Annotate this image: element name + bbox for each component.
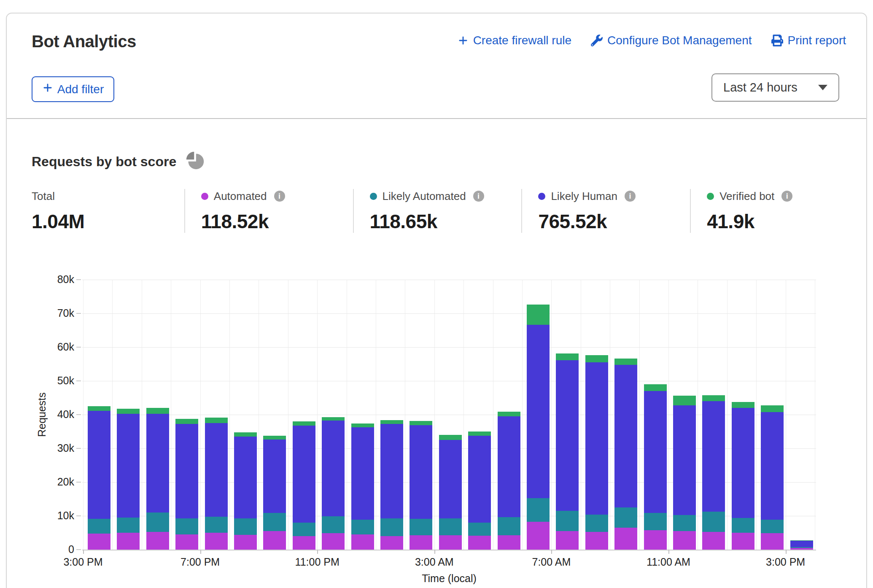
x-axis-tick	[551, 550, 552, 554]
stat-automated-value: 118.52k	[201, 210, 353, 233]
horizontal-gridline	[82, 347, 816, 348]
bar-segment	[761, 533, 784, 550]
time-range-select[interactable]: Last 24 hours	[711, 73, 839, 102]
stacked-bar[interactable]	[702, 395, 725, 550]
print-report-label: Print report	[788, 34, 846, 47]
x-axis-tick	[83, 550, 84, 554]
info-icon[interactable]: i	[625, 191, 636, 202]
bar-segment	[322, 516, 345, 533]
stacked-bar[interactable]	[468, 432, 491, 550]
stacked-bar[interactable]	[146, 408, 169, 550]
add-filter-button[interactable]: Add filter	[32, 76, 114, 102]
bar-segment	[585, 532, 608, 550]
plus-icon	[458, 35, 469, 46]
bar-segment	[263, 513, 286, 531]
stacked-bar[interactable]	[175, 419, 198, 550]
automated-legend-dot	[201, 193, 208, 200]
stacked-bar[interactable]	[117, 409, 140, 550]
bar-segment	[644, 530, 667, 550]
page-title: Bot Analytics	[32, 32, 136, 51]
stacked-bar[interactable]	[732, 402, 754, 550]
stacked-bar[interactable]	[614, 359, 637, 550]
stacked-bar[interactable]	[527, 305, 550, 550]
configure-bot-management-link[interactable]: Configure Bot Management	[591, 34, 752, 47]
x-axis-tick-label: 3:00 AM	[415, 556, 454, 568]
stat-total-value: 1.04M	[32, 210, 184, 233]
stacked-bar[interactable]	[322, 417, 345, 550]
stats-row: Total 1.04M Automated i 118.52k Likely A…	[25, 189, 859, 233]
likely-human-legend-dot	[538, 193, 545, 200]
x-axis-tick-label: 11:00 PM	[295, 556, 340, 568]
bar-segment	[702, 532, 725, 550]
bar-segment	[175, 424, 198, 518]
create-firewall-rule-link[interactable]: Create firewall rule	[458, 34, 571, 47]
y-axis-tick	[76, 380, 81, 381]
info-icon[interactable]: i	[473, 191, 484, 202]
pie-chart-icon	[186, 151, 205, 172]
stacked-bar[interactable]	[556, 353, 579, 550]
x-axis-tick	[200, 550, 201, 554]
bar-segment	[673, 515, 696, 531]
bar-segment	[702, 401, 725, 512]
print-report-link[interactable]: Print report	[771, 34, 846, 47]
bar-segment	[88, 534, 110, 550]
stacked-bar[interactable]	[205, 418, 228, 550]
bar-segment	[263, 436, 286, 440]
stacked-bar[interactable]	[644, 384, 667, 550]
bar-segment	[761, 412, 784, 519]
stacked-bar[interactable]	[585, 355, 608, 550]
bar-segment	[585, 515, 608, 532]
stacked-bar[interactable]	[351, 423, 374, 550]
stacked-bar[interactable]	[790, 540, 813, 550]
stat-verified-bot: Verified bot i 41.9k	[690, 189, 859, 233]
y-axis-tick-label: 50k	[0, 375, 74, 387]
bar-segment	[175, 534, 198, 550]
stacked-bar[interactable]	[761, 405, 784, 550]
bar-segment	[351, 423, 374, 428]
bar-segment	[614, 528, 637, 550]
bar-segment	[205, 533, 228, 550]
y-axis-tick-label: 0	[0, 543, 74, 556]
bar-segment	[175, 518, 198, 534]
x-axis-tick-label: 7:00 AM	[532, 556, 571, 568]
bar-segment	[205, 517, 228, 533]
bar-segment	[234, 518, 257, 535]
stacked-bar[interactable]	[263, 436, 286, 550]
stacked-bar[interactable]	[673, 396, 696, 550]
stacked-bar[interactable]	[88, 406, 110, 550]
stacked-bar[interactable]	[498, 412, 520, 550]
y-axis-tick	[76, 279, 81, 280]
y-axis-tick	[76, 414, 81, 415]
bar-segment	[644, 384, 667, 391]
add-filter-label: Add filter	[57, 83, 104, 96]
bar-segment	[146, 414, 169, 512]
bar-segment	[380, 420, 403, 424]
bar-segment	[790, 541, 813, 547]
bar-segment	[175, 419, 198, 424]
y-axis-tick-label: 30k	[0, 442, 74, 454]
stacked-bar[interactable]	[439, 435, 462, 550]
stacked-bar[interactable]	[293, 421, 315, 550]
bar-segment	[322, 533, 345, 550]
wrench-icon	[591, 35, 603, 46]
bar-segment	[293, 426, 315, 523]
x-axis-tick-label: 7:00 PM	[181, 556, 220, 568]
bar-segment	[293, 536, 315, 550]
bar-segment	[498, 517, 520, 535]
bar-segment	[527, 498, 550, 522]
bar-segment	[585, 362, 608, 515]
x-axis-tick-label: 3:00 PM	[63, 556, 102, 568]
stacked-bar[interactable]	[380, 420, 403, 550]
y-axis-tick	[76, 515, 81, 516]
stacked-bar[interactable]	[410, 421, 432, 550]
stat-verified-bot-value: 41.9k	[707, 210, 859, 233]
y-axis-tick	[76, 347, 81, 348]
horizontal-gridline	[82, 381, 816, 381]
bar-segment	[117, 533, 140, 550]
info-icon[interactable]: i	[781, 191, 792, 202]
bar-segment	[88, 519, 110, 533]
bar-segment	[790, 548, 813, 550]
stacked-bar[interactable]	[234, 432, 257, 550]
info-icon[interactable]: i	[274, 191, 285, 202]
x-axis-tick	[668, 550, 669, 554]
